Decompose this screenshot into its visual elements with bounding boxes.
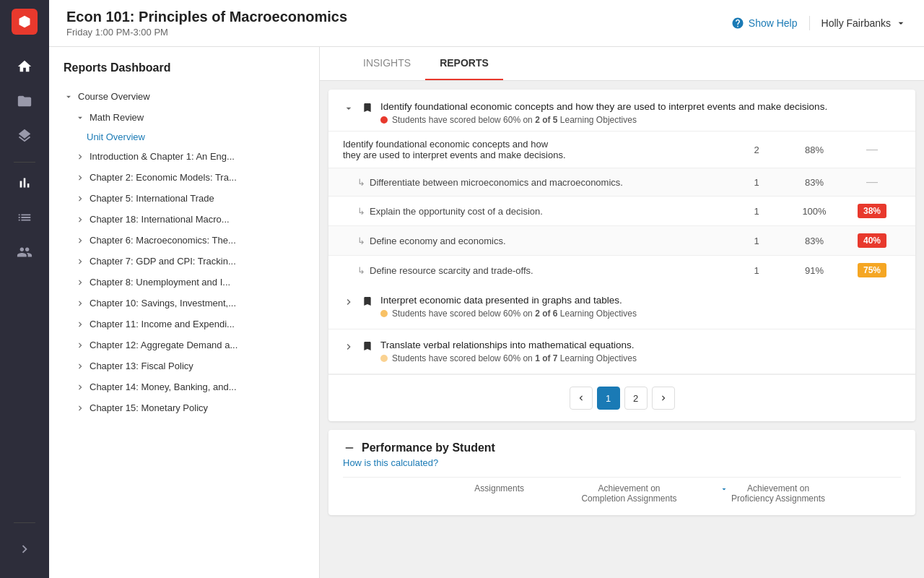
lo-section-2[interactable]: Interpret economic data presented in gra… [328, 285, 915, 329]
tab-reports[interactable]: REPORTS [425, 47, 503, 80]
sidebar-item-ch8[interactable]: Chapter 8: Unemployment and I... [49, 272, 319, 293]
lo-row-2-text: ↳ Differentiate between microeconomics a… [343, 177, 728, 188]
lo-expand-button-3[interactable] [343, 341, 354, 355]
sidebar-item-ch2[interactable]: Chapter 2: Economic Models: Tra... [49, 167, 319, 188]
help-icon [731, 17, 744, 30]
lo-data-row-2: ↳ Differentiate between microeconomics a… [328, 168, 915, 197]
nav-folder[interactable] [10, 87, 39, 116]
chevron-right-icon [75, 298, 85, 309]
lo-row-4-badge-col: 40% [843, 233, 901, 248]
nav-bar-chart[interactable] [10, 168, 39, 197]
book-icon-2 [362, 296, 373, 309]
bookmark-icon [362, 340, 373, 352]
lo-row-1-dash: — [866, 143, 878, 156]
lo-expand-button-2[interactable] [343, 296, 354, 310]
sidebar-item-ch13[interactable]: Chapter 13: Fiscal Policy [49, 355, 319, 376]
lo-data-row-5: ↳ Define resource scarcity and trade-off… [328, 256, 915, 285]
lo-row-1-badge-col: — [843, 143, 901, 156]
pagination: 1 2 [328, 374, 915, 421]
sidebar-item-label: Chapter 8: Unemployment and I... [90, 277, 230, 288]
nav-expand[interactable] [10, 535, 39, 564]
page-subtitle: Friday 1:00 PM-3:00 PM [66, 27, 347, 38]
sidebar-item-ch11[interactable]: Chapter 11: Income and Expendi... [49, 314, 319, 335]
sidebar-item-intro-ch1[interactable]: Introduction & Chapter 1: An Eng... [49, 146, 319, 167]
sidebar-item-ch10[interactable]: Chapter 10: Savings, Investment,... [49, 293, 319, 314]
sidebar-item-math-review[interactable]: Math Review [49, 107, 319, 128]
perf-col-assignments: Assignments [343, 483, 539, 504]
pagination-page-2-button[interactable]: 2 [624, 387, 648, 410]
nav-rail [0, 0, 49, 578]
sidebar-item-label: Introduction & Chapter 1: An Eng... [90, 151, 235, 162]
header-separator [809, 16, 810, 30]
lo-row-2-achievement: 83% [785, 177, 843, 188]
lo-section-3[interactable]: Translate verbal relationships into math… [328, 329, 915, 374]
performance-subtitle-link[interactable]: How is this calculated? [343, 457, 901, 468]
nav-list[interactable] [10, 203, 39, 232]
header-actions: Show Help Holly Fairbanks [731, 16, 907, 30]
nav-layers[interactable] [10, 121, 39, 150]
sidebar-item-label: Chapter 14: Money, Banking, and... [90, 381, 237, 392]
lo-data-row-4: ↳ Define economy and economics. 1 83% 40… [328, 226, 915, 256]
lo-section-3-alert: Students have scored below 60% on 1 of 7… [380, 353, 901, 363]
lo-row-4-achievement: 83% [785, 236, 843, 246]
perf-col-achievement-proficiency: Achievement onProficiency Assignments [720, 483, 901, 504]
chevron-down-icon [75, 113, 85, 123]
chevron-left-icon [576, 393, 586, 403]
sidebar-item-label: Chapter 12: Aggregate Demand a... [90, 340, 237, 350]
bookmark-icon [362, 296, 373, 307]
lo-collapse-button-1[interactable] [343, 103, 354, 116]
book-icon-1 [362, 102, 373, 116]
lo-row-5-text: ↳ Define resource scarcity and trade-off… [343, 265, 728, 276]
chevron-right-icon [75, 340, 85, 350]
lo-row-1-achievement: 88% [785, 144, 843, 155]
lo-row-3-badge: 38% [858, 204, 886, 218]
sidebar-item-ch6[interactable]: Chapter 6: Macroeconomics: The... [49, 230, 319, 251]
lo-row-1-text: Identify foundational economic concepts … [343, 139, 728, 160]
sidebar-item-ch5[interactable]: Chapter 5: International Trade [49, 188, 319, 209]
alert-dot-yellow-2 [380, 310, 388, 317]
performance-panel: Performance by Student How is this calcu… [328, 430, 915, 515]
sidebar-unit-overview-link[interactable]: Unit Overview [49, 128, 319, 146]
nav-users[interactable] [10, 238, 39, 267]
lo-section-2-title: Interpret economic data presented in gra… [380, 295, 901, 306]
sub-arrow-icon: ↳ [357, 177, 365, 188]
main-container: Econ 101: Principles of Macroeconomics F… [49, 0, 924, 578]
user-menu-button[interactable]: Holly Fairbanks [821, 17, 907, 29]
sidebar-item-ch15[interactable]: Chapter 15: Monetary Policy [49, 397, 319, 418]
header-title: Econ 101: Principles of Macroeconomics F… [66, 9, 347, 38]
lo-data-row-3: ↳ Explain the opportunity cost of a deci… [328, 197, 915, 226]
sidebar-item-ch12[interactable]: Chapter 12: Aggregate Demand a... [49, 335, 319, 355]
lo-alert-text-1: Students have scored below 60% on 2 of 5… [392, 115, 637, 125]
perf-col-achievement-completion: Achievement onCompletion Assignments [539, 483, 720, 504]
bookmark-icon [362, 102, 373, 113]
lo-section-1-header[interactable]: Identify foundational economic concepts … [328, 90, 915, 131]
sidebar-item-ch18[interactable]: Chapter 18: International Macro... [49, 209, 319, 230]
lo-row-3-achievement: 100% [785, 206, 843, 217]
sort-icon [720, 485, 728, 493]
nav-divider-1 [14, 162, 35, 163]
show-help-button[interactable]: Show Help [731, 17, 798, 30]
alert-dot-yellow-3 [380, 355, 388, 362]
sub-arrow-icon: ↳ [357, 236, 365, 246]
lo-alert-text-3: Students have scored below 60% on 1 of 7… [392, 353, 637, 363]
book-icon-3 [362, 340, 373, 354]
pagination-prev-button[interactable] [570, 387, 593, 410]
sidebar-item-label: Chapter 7: GDP and CPI: Trackin... [90, 256, 236, 267]
sidebar-item-ch14[interactable]: Chapter 14: Money, Banking, and... [49, 376, 319, 397]
nav-home[interactable] [10, 52, 39, 81]
sidebar-title: Reports Dashboard [49, 61, 319, 86]
sidebar-item-label: Chapter 10: Savings, Investment,... [90, 298, 236, 309]
pagination-page-1-button[interactable]: 1 [597, 387, 620, 410]
sidebar-item-ch7[interactable]: Chapter 7: GDP and CPI: Trackin... [49, 251, 319, 272]
performance-section: Performance by Student How is this calcu… [328, 430, 915, 515]
tab-insights[interactable]: INSIGHTS [349, 47, 425, 80]
lo-row-5-achievement: 91% [785, 265, 843, 276]
lo-section-1-title: Identify foundational economic concepts … [380, 101, 901, 112]
pagination-next-button[interactable] [652, 387, 675, 410]
performance-title: Performance by Student [343, 441, 901, 454]
lo-data-row-1: Identify foundational economic concepts … [328, 131, 915, 168]
sidebar-item-course-overview[interactable]: Course Overview [49, 86, 319, 107]
page-title: Econ 101: Principles of Macroeconomics [66, 9, 347, 25]
app-logo[interactable] [12, 9, 38, 35]
lo-row-2-badge-col: — [843, 176, 901, 189]
